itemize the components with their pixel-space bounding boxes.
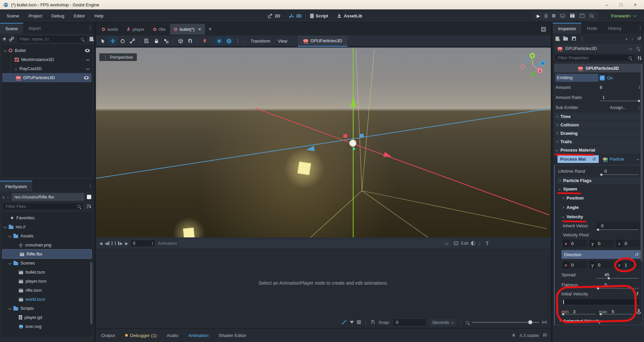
viewport-3d[interactable]: Y X Z ⋮ Perspective	[96, 48, 551, 237]
fs-world-tscn[interactable]: world.tscn	[1, 295, 93, 304]
prop-label[interactable]: Velocity Pivot	[563, 232, 589, 237]
snap-value-field[interactable]: 0	[393, 319, 426, 326]
save-resource-icon[interactable]	[572, 37, 576, 41]
transform-menu[interactable]: Transform	[247, 39, 274, 44]
fs-crosshair-png[interactable]: -¦- crosshair.png	[1, 240, 93, 249]
slider-handle[interactable]	[600, 313, 602, 315]
group-velocity[interactable]: Velocity	[557, 213, 641, 221]
scene-tab-world[interactable]: world	[98, 24, 122, 35]
group-spawn[interactable]: Spawn	[557, 185, 641, 193]
close-button[interactable]: ×	[634, 2, 637, 7]
panel-animation[interactable]: Animation	[189, 333, 209, 338]
collapse-icon[interactable]	[8, 234, 12, 238]
slider-handle[interactable]	[638, 100, 640, 102]
fs-player-tscn[interactable]: player.tscn	[1, 277, 93, 286]
maximize-button[interactable]: □	[620, 2, 622, 7]
direction-y-field[interactable]: y0	[590, 261, 613, 269]
property-filter-input[interactable]	[558, 55, 627, 60]
snap-tool[interactable]	[186, 37, 195, 45]
movie-maker-icon[interactable]	[589, 13, 594, 18]
toggle-split-mode-icon[interactable]	[87, 195, 91, 199]
visibility-eye-closed-icon[interactable]	[86, 67, 90, 70]
fs-rifle-tscn[interactable]: rifle.tscn	[1, 286, 93, 295]
load-resource-icon[interactable]	[563, 37, 568, 41]
prop-label[interactable]: Emitting	[555, 74, 598, 82]
expand-viewport-icon[interactable]	[541, 27, 546, 32]
nav-forward-icon[interactable]: ›	[7, 194, 9, 200]
fs-res-root[interactable]: res://	[1, 222, 93, 231]
initial-velocity-min[interactable]: min 3	[561, 309, 597, 314]
ruler-tool[interactable]	[176, 37, 185, 45]
viewport-options-icon[interactable]: ⋮	[234, 38, 241, 44]
renderer-selector[interactable]: Forward+	[611, 13, 636, 18]
snap-unit-dropdown[interactable]: Seconds	[429, 319, 456, 326]
anim-go-start-button[interactable]: ◀	[99, 241, 102, 246]
attach-script-icon[interactable]	[90, 37, 93, 41]
emitting-checkbox[interactable]: ✓	[600, 75, 605, 80]
resource-menu-icon[interactable]: ⋮	[580, 36, 585, 41]
fs-assets-folder[interactable]: Assets	[1, 231, 93, 240]
dock-menu-icon[interactable]: ⋮	[88, 25, 93, 31]
expand-bottom-panel-icon[interactable]	[542, 333, 547, 338]
list-select-tool[interactable]	[142, 37, 151, 45]
fs-scenes-folder[interactable]: Scenes	[1, 259, 93, 268]
close-tab-icon[interactable]: ×	[198, 26, 201, 32]
tab-history[interactable]: History	[603, 23, 627, 34]
anim-pause-button[interactable]	[112, 241, 116, 246]
edited-object-dropdown[interactable]: GPUParticles3D	[555, 44, 642, 53]
direction-x-field[interactable]: x0	[563, 261, 587, 269]
resource-chip[interactable]: Process Mat ↺	[557, 155, 599, 163]
filesystem-filter-input[interactable]	[6, 204, 75, 209]
panel-debugger[interactable]: Debugger (1)	[125, 333, 157, 338]
assign-button[interactable]: Assign...	[610, 105, 627, 110]
stop-button[interactable]	[552, 14, 555, 17]
mode-3d[interactable]: 3D	[286, 12, 305, 20]
mode-2d[interactable]: 2D	[265, 12, 283, 20]
nav-back-icon[interactable]: ‹	[3, 194, 4, 200]
play-button[interactable]: ▶	[537, 13, 540, 18]
fs-scripts-folder[interactable]: Scripts	[1, 304, 93, 313]
group-collision[interactable]: Collision	[554, 121, 643, 129]
add-node-button[interactable]: +	[3, 36, 6, 43]
slider-handle[interactable]	[600, 174, 602, 176]
reset-property-icon[interactable]: ↺	[635, 252, 639, 257]
inspector-scrollbar[interactable]	[641, 64, 643, 262]
anim-play-backwards-button[interactable]: ◀	[105, 241, 109, 246]
pivot-x-field[interactable]: x0	[563, 240, 587, 247]
pin-panel-icon[interactable]	[485, 241, 490, 246]
lifetime-rand-slider[interactable]: 0	[600, 169, 640, 174]
fs-favorites[interactable]: ★ Favorites:	[1, 213, 93, 222]
group-tool[interactable]	[162, 37, 170, 45]
preview-sun-toggle[interactable]	[215, 37, 223, 45]
fs-icon-svg[interactable]: icon.svg	[1, 322, 93, 331]
notification-bell-icon[interactable]	[512, 333, 516, 338]
tab-import[interactable]: Import	[23, 23, 46, 34]
edit-curves-icon[interactable]	[341, 320, 347, 325]
fs-bullet-tscn[interactable]: bullet.tscn	[1, 268, 93, 277]
tree-node-raycast3d[interactable]: ↓ RayCast3D	[1, 64, 93, 73]
tab-scene[interactable]: Scene	[0, 23, 23, 34]
menu-project[interactable]: Project	[25, 12, 45, 20]
history-back-icon[interactable]: ‹	[626, 36, 627, 42]
visibility-eye-closed-icon[interactable]	[86, 58, 90, 61]
group-particle-flags[interactable]: Particle Flags	[557, 177, 641, 184]
prop-initial-velocity[interactable]: Initial Velocity ↺	[557, 290, 641, 298]
property-filter-box[interactable]	[555, 54, 635, 62]
scene-tab-player[interactable]: player	[122, 24, 148, 35]
emitting-value[interactable]: On	[607, 75, 613, 80]
group-trails[interactable]: Trails	[554, 138, 643, 146]
slider-handle[interactable]	[597, 229, 599, 231]
scene-filter-input[interactable]	[20, 37, 79, 42]
filter-tracks-icon[interactable]	[350, 321, 354, 324]
prop-label[interactable]: Inherit Veloci	[563, 223, 595, 228]
menu-debug[interactable]: Debug	[48, 12, 67, 20]
pause-button[interactable]	[545, 14, 547, 18]
history-forward-icon[interactable]: ›	[631, 36, 633, 42]
animation-libraries-icon[interactable]	[453, 241, 459, 246]
timeline-zoom-slider[interactable]	[472, 322, 539, 323]
move-tool[interactable]	[108, 37, 117, 45]
fit-timeline-icon[interactable]	[542, 320, 547, 325]
visibility-eye-icon[interactable]	[84, 76, 89, 79]
animation-select-dropdown[interactable]	[179, 239, 451, 247]
collapse-icon[interactable]	[4, 49, 7, 52]
